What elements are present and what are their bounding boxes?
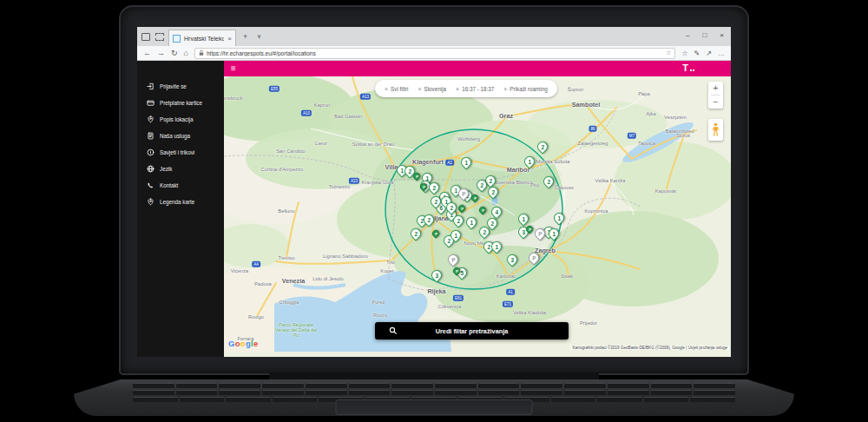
map-marker[interactable]: P xyxy=(420,183,427,190)
keyboard-key xyxy=(478,383,520,388)
hamburger-menu-icon[interactable]: ≡ xyxy=(231,64,236,73)
keyboard-key xyxy=(176,383,218,388)
map-marker[interactable]: 1 xyxy=(549,228,559,239)
map-marker[interactable]: 2 xyxy=(424,214,434,225)
map-marker-inactive[interactable]: P xyxy=(458,188,469,199)
map-marker[interactable]: P xyxy=(458,205,465,212)
map-marker[interactable]: P xyxy=(413,173,420,180)
favorite-star-icon[interactable]: ☆ xyxy=(666,49,671,56)
keyboard-key xyxy=(690,397,735,402)
map-marker[interactable]: 1 xyxy=(466,217,477,227)
browser-tab[interactable]: Hrvatski Telekom × xyxy=(168,30,236,46)
sidebar-item-jezik[interactable]: Jezik xyxy=(137,161,224,177)
keyboard-key xyxy=(597,397,642,402)
tab-menu-chevron-icon[interactable]: ∨ xyxy=(257,33,261,40)
sidebar-item-na-a-usluga[interactable]: Naša usluga xyxy=(137,128,224,144)
map-city-label: Tapolca xyxy=(638,141,655,146)
map-marker-inactive[interactable]: P xyxy=(529,253,539,263)
filter-chip[interactable]: ×Svi filtri xyxy=(385,86,408,92)
map-city-label: Šopron xyxy=(568,87,584,92)
sidebar-item-legenda-karte[interactable]: Legenda karte xyxy=(137,194,224,210)
map-marker[interactable]: P xyxy=(479,207,486,214)
annotate-icon[interactable]: ✎ xyxy=(694,49,700,57)
map-marker[interactable]: 2 xyxy=(488,187,498,197)
map-marker[interactable]: 3 xyxy=(507,254,517,265)
hub-icon[interactable]: ☆ xyxy=(681,49,687,57)
pegman-icon xyxy=(712,122,720,137)
map-marker[interactable]: 2 xyxy=(453,215,464,226)
edit-search-filter-button[interactable]: Uredi filtar pretraživanja xyxy=(375,322,569,340)
keyboard-key xyxy=(564,390,606,395)
filter-chip[interactable]: ×Slovenija xyxy=(418,86,446,92)
minimize-button[interactable]: – xyxy=(686,31,689,39)
sidebar-item-kontakt[interactable]: Kontakt xyxy=(137,177,224,194)
map-marker[interactable]: 4 xyxy=(491,207,502,217)
map-city-label: Cortina d'Ampezzo xyxy=(261,167,304,172)
map-city-label: Rovigo xyxy=(248,314,264,320)
maximize-button[interactable]: □ xyxy=(702,31,707,39)
close-button[interactable]: × xyxy=(720,31,724,39)
chip-remove-icon[interactable]: × xyxy=(418,86,421,92)
chip-remove-icon[interactable]: × xyxy=(503,86,507,92)
map-marker[interactable]: 2 xyxy=(537,142,548,152)
map-marker[interactable]: P xyxy=(526,226,533,233)
map-marker[interactable]: 1 xyxy=(461,157,471,168)
map-marker[interactable]: 2 xyxy=(487,218,497,228)
map-marker[interactable]: 2 xyxy=(429,182,439,193)
map-marker[interactable]: 1 xyxy=(554,213,564,223)
address-bar[interactable]: https://hr.echargespots.eu/#/portal/loca… xyxy=(194,48,675,59)
map-marker[interactable]: P xyxy=(471,195,478,201)
back-icon[interactable]: ← xyxy=(143,49,151,57)
laptop-display: Hrvatski Telekom × + ∨ – □ × ← → ↻ ⌂ htt… xyxy=(137,27,731,357)
map-marker[interactable]: 2 xyxy=(431,196,441,207)
login-icon xyxy=(147,82,155,91)
street-view-pegman-button[interactable] xyxy=(708,119,723,141)
road-shield: E71 xyxy=(503,301,513,307)
map-city-label: Graz xyxy=(499,112,513,120)
map-city-label: Pápa xyxy=(638,91,650,96)
search-icon xyxy=(389,326,398,335)
phone-icon xyxy=(147,181,155,190)
more-icon[interactable]: … xyxy=(718,49,725,57)
chip-remove-icon[interactable]: × xyxy=(456,86,459,92)
forward-icon[interactable]: → xyxy=(157,49,165,57)
sidebar-item-savjeti-i-trikovi[interactable]: Savjeti i trikovi xyxy=(137,144,224,161)
map-marker[interactable]: 2 xyxy=(411,228,421,239)
set-tabs-aside-icon[interactable] xyxy=(141,33,150,41)
map-marker[interactable]: 2 xyxy=(446,202,457,213)
tab-close-icon[interactable]: × xyxy=(227,35,232,43)
map-city-label: Rovinj xyxy=(373,313,387,318)
refresh-icon[interactable]: ↻ xyxy=(171,49,178,57)
zoom-in-button[interactable]: + xyxy=(708,82,723,95)
map-marker[interactable]: 1 xyxy=(518,214,529,224)
filter-chip[interactable]: ×16:37 - 18:37 xyxy=(456,86,494,92)
map-canvas[interactable]: ×Svi filtri×Slovenija×16:37 - 18:37×Prik… xyxy=(224,76,731,352)
map-marker[interactable]: 1 xyxy=(491,241,502,252)
zoom-out-button[interactable]: − xyxy=(708,96,723,109)
chip-label: Svi filtri xyxy=(391,86,408,92)
map-marker[interactable]: 2 xyxy=(543,176,554,187)
sidebar-item-popis-lokacija[interactable]: Popis lokacija xyxy=(137,111,224,128)
new-tab-button[interactable]: + xyxy=(243,32,247,41)
map-city-label: Lienz xyxy=(315,141,327,146)
map-city-label: Lignano Sabbiadoro xyxy=(323,254,368,259)
sidebar-item-prijavite-se[interactable]: Prijavite se xyxy=(137,78,224,95)
map-marker[interactable]: P xyxy=(432,230,439,237)
share-icon[interactable]: ↗ xyxy=(706,49,712,57)
map-marker-inactive[interactable]: P xyxy=(448,254,458,265)
map-marker-inactive[interactable]: P xyxy=(535,228,545,239)
map-marker[interactable]: 2 xyxy=(477,180,487,190)
tab-preview-icon[interactable] xyxy=(155,33,164,41)
map-marker[interactable]: 1 xyxy=(450,230,461,241)
pin-icon xyxy=(147,198,155,207)
sidebar-item-pretplatne-kartice[interactable]: Pretplatne kartice xyxy=(137,95,224,111)
map-marker[interactable]: 1 xyxy=(524,156,535,167)
map-marker[interactable]: 3 xyxy=(431,270,442,280)
road-shield: A1 xyxy=(506,289,515,295)
home-icon[interactable]: ⌂ xyxy=(184,49,188,57)
map-marker[interactable]: P xyxy=(453,267,460,274)
road-shield: A13 xyxy=(360,94,371,100)
filter-chip[interactable]: ×Prikaži roaming xyxy=(503,86,548,92)
map-city-label: Koprivnica xyxy=(584,208,608,214)
chip-remove-icon[interactable]: × xyxy=(385,86,388,92)
